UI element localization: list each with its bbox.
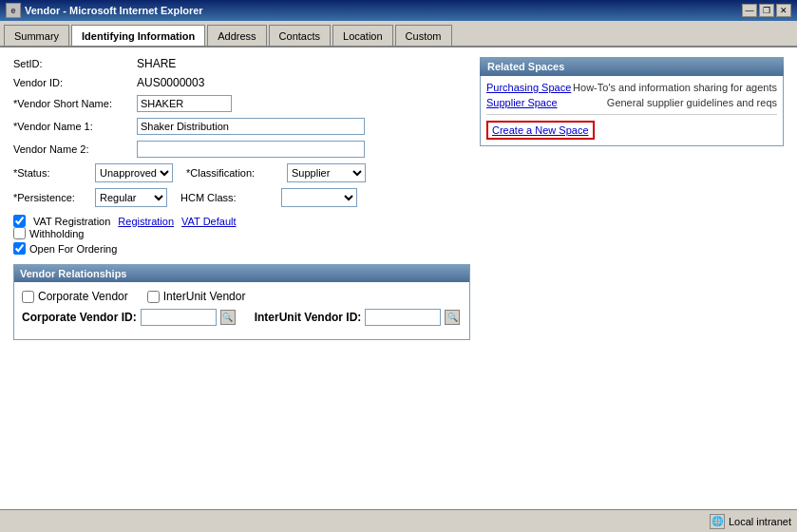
close-button[interactable]: ✕ (776, 4, 791, 17)
window-title: Vendor - Microsoft Internet Explorer (25, 5, 203, 16)
corporate-vendor-checkbox[interactable] (22, 291, 34, 303)
vendor-short-name-input[interactable] (137, 95, 232, 112)
status-right: 🌐 Local intranet (710, 514, 791, 529)
vendor-name1-input[interactable] (137, 118, 365, 135)
vendor-name1-label: *Vendor Name 1: (13, 121, 137, 132)
tab-location[interactable]: Location (332, 25, 393, 46)
status-field: *Status: Unapproved Approved Inactive (13, 163, 173, 182)
purchasing-space-link[interactable]: Purchasing Space (486, 82, 571, 93)
classification-label: *Classification: (186, 167, 281, 179)
divider (486, 114, 777, 115)
related-spaces-header: Related Spaces (480, 57, 784, 76)
setid-value: SHARE (137, 57, 176, 70)
withholding-checkbox[interactable] (13, 227, 26, 239)
vendor-id-label: Vendor ID: (13, 77, 137, 88)
withholding-label: Withholding (29, 228, 84, 239)
vendor-relationships-body: Corporate Vendor InterUnit Vendor Corpor… (14, 282, 469, 339)
interunit-vendor-checkbox[interactable] (147, 291, 160, 303)
vat-row: VAT Registration Registration VAT Defaul… (13, 215, 470, 227)
tab-address[interactable]: Address (207, 25, 266, 46)
tab-summary[interactable]: Summary (4, 25, 69, 46)
hcm-class-label: HCM Class: (180, 192, 275, 203)
vendor-id-row: Vendor ID: AUS0000003 (13, 76, 470, 89)
intranet-icon: 🌐 (710, 514, 725, 529)
status-text: Local intranet (729, 516, 791, 527)
registration-link[interactable]: Registration (118, 216, 174, 227)
vendor-name2-input[interactable] (137, 141, 365, 158)
vendor-relationships-container: Vendor Relationships Corporate Vendor In… (13, 264, 470, 340)
open-ordering-row: Open For Ordering (13, 242, 470, 255)
setid-label: SetID: (13, 58, 137, 69)
persistence-label: *Persistence: (13, 192, 89, 203)
window-controls: — ❐ ✕ (742, 4, 791, 17)
supplier-space-desc: General supplier guidelines and reqs (607, 97, 777, 108)
vendor-relationships-header: Vendor Relationships (14, 265, 469, 282)
open-ordering-checkbox[interactable] (13, 242, 26, 255)
classification-select[interactable]: Supplier Employee Government (287, 163, 366, 182)
vendor-name1-row: *Vendor Name 1: (13, 118, 470, 135)
title-bar: e Vendor - Microsoft Internet Explorer —… (0, 0, 797, 21)
vat-label: VAT Registration (33, 216, 110, 227)
interunit-vendor-search-icon[interactable]: 🔍 (445, 310, 460, 325)
create-new-space-link[interactable]: Create a New Space (486, 121, 595, 140)
vendor-name2-row: Vendor Name 2: (13, 141, 470, 158)
interunit-vendor-id-field: InterUnit Vendor ID: 🔍 (255, 309, 461, 326)
vendor-short-name-label: *Vendor Short Name: (13, 98, 137, 109)
vendor-name2-label: Vendor Name 2: (13, 143, 137, 155)
interunit-vendor-id-label: InterUnit Vendor ID: (255, 311, 362, 324)
corporate-vendor-id-field: Corporate Vendor ID: 🔍 (22, 309, 236, 326)
supplier-space-link[interactable]: Supplier Space (486, 97, 558, 108)
corporate-vendor-field: Corporate Vendor (22, 290, 128, 303)
setid-row: SetID: SHARE (13, 57, 470, 70)
interunit-vendor-field: InterUnit Vendor (147, 290, 246, 303)
corporate-vendor-label: Corporate Vendor (38, 290, 128, 303)
persistence-select[interactable]: Regular Permanent Temporary (95, 188, 167, 207)
content-area: SetID: SHARE Vendor ID: AUS0000003 *Vend… (0, 48, 797, 509)
tab-bar: Summary Identifying Information Address … (0, 21, 797, 48)
hcm-class-select[interactable] (281, 188, 357, 207)
status-bar: 🌐 Local intranet (0, 509, 797, 532)
space-row-2: Supplier Space General supplier guidelin… (486, 97, 777, 108)
checkbox-section: VAT Registration Registration VAT Defaul… (13, 215, 470, 255)
minimize-button[interactable]: — (742, 4, 757, 17)
corporate-vendor-id-label: Corporate Vendor ID: (22, 311, 137, 324)
withholding-row: Withholding (13, 227, 470, 239)
purchasing-space-desc: How-To's and information sharing for age… (573, 82, 777, 93)
hcm-class-field: HCM Class: (180, 188, 357, 207)
interunit-vendor-id-input[interactable] (365, 309, 441, 326)
status-select[interactable]: Unapproved Approved Inactive (95, 163, 173, 182)
vendor-rel-checkboxes: Corporate Vendor InterUnit Vendor (22, 290, 462, 303)
status-label: *Status: (13, 167, 89, 179)
restore-button[interactable]: ❐ (759, 4, 774, 17)
persistence-hcm-row: *Persistence: Regular Permanent Temporar… (13, 188, 470, 207)
tab-identifying[interactable]: Identifying Information (71, 25, 205, 46)
vat-checkbox[interactable] (13, 215, 26, 227)
classification-field: *Classification: Supplier Employee Gover… (186, 163, 366, 182)
related-spaces-body: Purchasing Space How-To's and informatio… (480, 76, 784, 146)
space-row-1: Purchasing Space How-To's and informatio… (486, 82, 777, 93)
persistence-field: *Persistence: Regular Permanent Temporar… (13, 188, 167, 207)
corporate-vendor-id-input[interactable] (141, 309, 217, 326)
interunit-vendor-label: InterUnit Vendor (163, 290, 246, 303)
vat-default-link[interactable]: VAT Default (181, 216, 236, 227)
vendor-id-value: AUS0000003 (137, 76, 204, 89)
app-icon: e (6, 3, 21, 18)
tab-contacts[interactable]: Contacts (269, 25, 331, 46)
vendor-rel-ids: Corporate Vendor ID: 🔍 InterUnit Vendor … (22, 309, 462, 326)
open-ordering-label: Open For Ordering (29, 243, 117, 255)
status-classification-row: *Status: Unapproved Approved Inactive *C… (13, 163, 470, 182)
tab-custom[interactable]: Custom (395, 25, 452, 46)
related-spaces-panel: Related Spaces Purchasing Space How-To's… (480, 57, 784, 340)
left-panel: SetID: SHARE Vendor ID: AUS0000003 *Vend… (13, 57, 470, 340)
vendor-short-name-row: *Vendor Short Name: (13, 95, 470, 112)
corporate-vendor-search-icon[interactable]: 🔍 (220, 310, 236, 325)
